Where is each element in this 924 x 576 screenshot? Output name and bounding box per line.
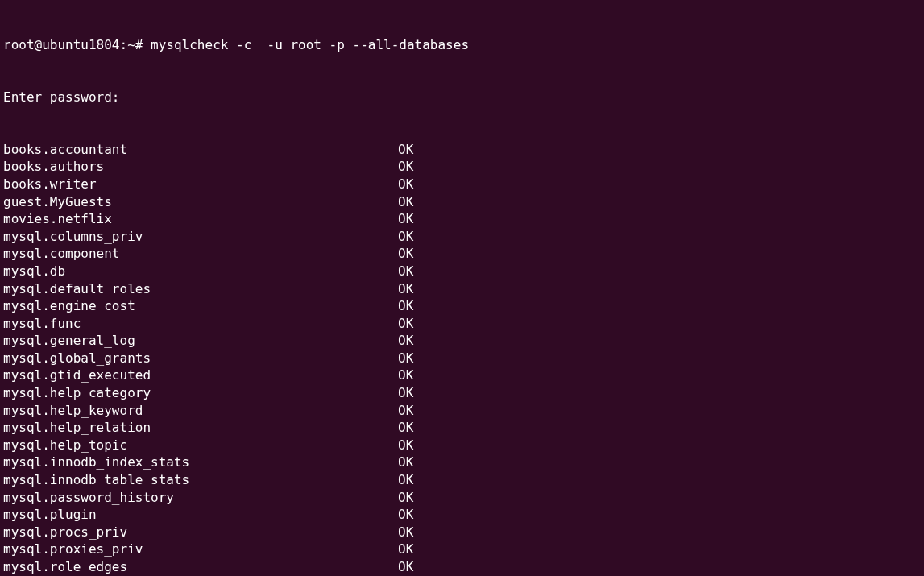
- table-name: mysql.procs_priv: [3, 524, 398, 541]
- table-name: mysql.plugin: [3, 506, 398, 524]
- result-row: mysql.role_edgesOK: [3, 558, 921, 576]
- prompt-symbol: #: [135, 37, 143, 52]
- table-status: OK: [398, 471, 413, 489]
- table-status: OK: [398, 384, 413, 402]
- table-name: mysql.proxies_priv: [3, 541, 398, 558]
- table-status: OK: [398, 210, 413, 228]
- table-status: OK: [398, 315, 413, 333]
- prompt-user: root@ubuntu1804: [3, 37, 120, 52]
- table-status: OK: [398, 419, 413, 437]
- result-row: mysql.pluginOK: [3, 506, 921, 524]
- result-row: mysql.general_logOK: [3, 332, 921, 350]
- result-row: mysql.innodb_table_statsOK: [3, 471, 921, 489]
- table-name: mysql.engine_cost: [3, 297, 398, 315]
- table-name: mysql.help_category: [3, 384, 398, 402]
- result-row: books.authorsOK: [3, 158, 921, 176]
- table-name: mysql.help_topic: [3, 437, 398, 454]
- table-status: OK: [398, 332, 413, 350]
- table-status: OK: [398, 158, 413, 176]
- password-prompt: Enter password:: [3, 89, 921, 106]
- table-name: mysql.role_edges: [3, 558, 398, 576]
- result-row: mysql.password_historyOK: [3, 489, 921, 507]
- table-status: OK: [398, 176, 413, 193]
- result-row: mysql.global_grantsOK: [3, 350, 921, 367]
- table-name: mysql.innodb_index_stats: [3, 454, 398, 471]
- prompt-line: root@ubuntu1804:~# mysqlcheck -c -u root…: [3, 36, 921, 54]
- table-status: OK: [398, 402, 413, 420]
- table-name: mysql.db: [3, 263, 398, 280]
- result-row: mysql.help_topicOK: [3, 437, 921, 454]
- table-name: books.writer: [3, 176, 398, 193]
- result-row: mysql.help_keywordOK: [3, 402, 921, 420]
- table-name: mysql.component: [3, 245, 398, 263]
- prompt-command: mysqlcheck -c -u root -p --all-databases: [151, 37, 469, 52]
- table-name: mysql.columns_priv: [3, 228, 398, 246]
- table-status: OK: [398, 454, 413, 471]
- result-row: mysql.innodb_index_statsOK: [3, 454, 921, 471]
- result-row: movies.netflixOK: [3, 210, 921, 228]
- result-row: mysql.dbOK: [3, 263, 921, 280]
- table-name: mysql.password_history: [3, 489, 398, 507]
- terminal-output[interactable]: root@ubuntu1804:~# mysqlcheck -c -u root…: [3, 2, 921, 576]
- result-row: mysql.columns_privOK: [3, 228, 921, 246]
- result-row: mysql.proxies_privOK: [3, 541, 921, 558]
- table-status: OK: [398, 263, 413, 280]
- table-name: mysql.help_relation: [3, 419, 398, 437]
- table-status: OK: [398, 524, 413, 541]
- table-status: OK: [398, 367, 413, 384]
- table-status: OK: [398, 141, 413, 159]
- prompt-user-host: root@ubuntu1804:~#: [3, 37, 143, 52]
- table-status: OK: [398, 228, 413, 246]
- prompt-path: ~: [127, 37, 135, 52]
- table-status: OK: [398, 350, 413, 367]
- table-name: mysql.innodb_table_stats: [3, 471, 398, 489]
- table-name: mysql.global_grants: [3, 350, 398, 367]
- result-row: guest.MyGuestsOK: [3, 193, 921, 211]
- table-name: mysql.default_roles: [3, 280, 398, 298]
- table-status: OK: [398, 489, 413, 507]
- results-list: books.accountantOKbooks.authorsOKbooks.w…: [3, 141, 921, 576]
- result-row: mysql.funcOK: [3, 315, 921, 333]
- table-name: mysql.func: [3, 315, 398, 333]
- table-name: mysql.gtid_executed: [3, 367, 398, 384]
- table-status: OK: [398, 280, 413, 298]
- result-row: mysql.gtid_executedOK: [3, 367, 921, 384]
- result-row: mysql.procs_privOK: [3, 524, 921, 541]
- result-row: books.writerOK: [3, 176, 921, 193]
- table-status: OK: [398, 245, 413, 263]
- table-status: OK: [398, 297, 413, 315]
- result-row: mysql.help_categoryOK: [3, 384, 921, 402]
- table-status: OK: [398, 437, 413, 454]
- table-status: OK: [398, 506, 413, 524]
- result-row: mysql.componentOK: [3, 245, 921, 263]
- table-name: guest.MyGuests: [3, 193, 398, 211]
- table-name: books.authors: [3, 158, 398, 176]
- table-name: mysql.help_keyword: [3, 402, 398, 420]
- result-row: mysql.default_rolesOK: [3, 280, 921, 298]
- result-row: books.accountantOK: [3, 141, 921, 159]
- table-name: mysql.general_log: [3, 332, 398, 350]
- table-status: OK: [398, 541, 413, 558]
- result-row: mysql.help_relationOK: [3, 419, 921, 437]
- table-name: books.accountant: [3, 141, 398, 159]
- result-row: mysql.engine_costOK: [3, 297, 921, 315]
- table-status: OK: [398, 193, 413, 211]
- table-name: movies.netflix: [3, 210, 398, 228]
- table-status: OK: [398, 558, 413, 576]
